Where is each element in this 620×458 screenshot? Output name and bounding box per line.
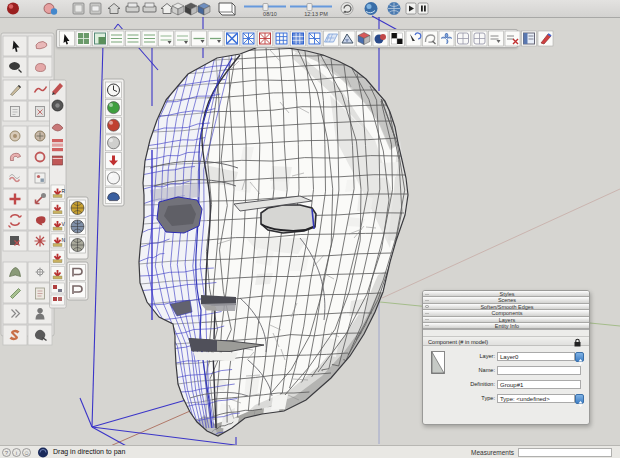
svg-text:R: R — [62, 188, 66, 194]
svg-text:?: ? — [5, 450, 9, 456]
svg-text:N: N — [62, 237, 66, 243]
svg-text:i: i — [16, 450, 17, 456]
svg-text:☺: ☺ — [23, 450, 29, 456]
